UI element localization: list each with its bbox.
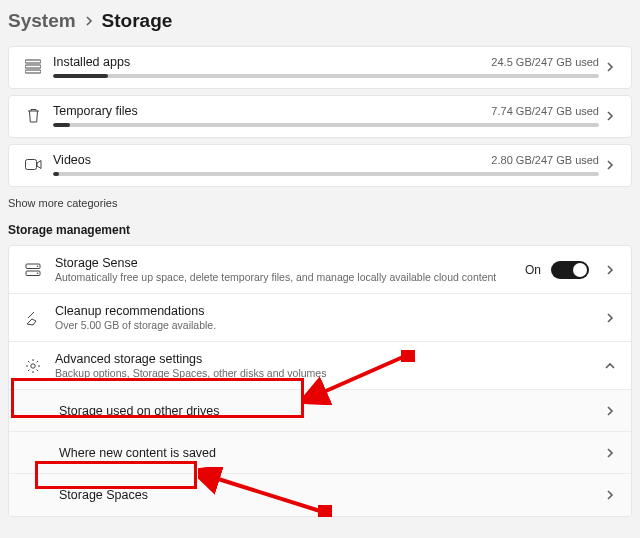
- usage-label: Installed apps: [53, 55, 130, 69]
- toggle-state-label: On: [525, 263, 541, 277]
- chevron-right-icon: [599, 159, 621, 171]
- storage-sense-toggle[interactable]: [551, 261, 589, 279]
- breadcrumb-parent[interactable]: System: [8, 10, 76, 32]
- usage-card-videos[interactable]: Videos 2.80 GB/247 GB used: [8, 144, 632, 187]
- usage-bar: [53, 74, 599, 78]
- section-heading-storage-management: Storage management: [0, 223, 640, 245]
- svg-point-7: [37, 272, 39, 274]
- usage-cards: Installed apps 24.5 GB/247 GB used Tempo…: [0, 46, 640, 187]
- usage-meta: 2.80 GB/247 GB used: [491, 154, 599, 166]
- item-sub: Automatically free up space, delete temp…: [55, 271, 525, 283]
- item-sub: Backup options, Storage Spaces, other di…: [55, 367, 599, 379]
- svg-rect-1: [25, 65, 41, 68]
- svg-rect-3: [25, 160, 36, 170]
- chevron-right-icon: [599, 447, 621, 459]
- svg-rect-0: [25, 60, 41, 63]
- item-label: Storage used on other drives: [59, 404, 599, 418]
- broom-icon: [19, 310, 47, 326]
- item-advanced-storage-settings[interactable]: Advanced storage settings Backup options…: [9, 342, 631, 390]
- item-cleanup-recommendations[interactable]: Cleanup recommendations Over 5.00 GB of …: [9, 294, 631, 342]
- usage-bar: [53, 172, 599, 176]
- apps-icon: [19, 59, 47, 75]
- item-label: Storage Spaces: [59, 488, 599, 502]
- chevron-right-icon: [599, 312, 621, 324]
- chevron-right-icon: [599, 61, 621, 73]
- show-more-categories-link[interactable]: Show more categories: [0, 193, 640, 223]
- chevron-up-icon: [599, 361, 621, 371]
- usage-label: Videos: [53, 153, 91, 167]
- usage-meta: 7.74 GB/247 GB used: [491, 105, 599, 117]
- chevron-right-icon: [599, 489, 621, 501]
- item-storage-sense[interactable]: Storage Sense Automatically free up spac…: [9, 246, 631, 294]
- advanced-sublist: Storage used on other drives Where new c…: [9, 390, 631, 516]
- drive-icon: [19, 262, 47, 278]
- svg-point-6: [37, 265, 39, 267]
- video-icon: [19, 158, 47, 171]
- svg-rect-2: [25, 70, 41, 73]
- subitem-storage-other-drives[interactable]: Storage used on other drives: [9, 390, 631, 432]
- chevron-right-icon: [84, 16, 94, 26]
- storage-management-list: Storage Sense Automatically free up spac…: [8, 245, 632, 517]
- chevron-right-icon: [599, 264, 621, 276]
- usage-label: Temporary files: [53, 104, 138, 118]
- item-label: Storage Sense: [55, 256, 525, 270]
- item-label: Where new content is saved: [59, 446, 599, 460]
- trash-icon: [19, 108, 47, 124]
- usage-meta: 24.5 GB/247 GB used: [491, 56, 599, 68]
- usage-bar: [53, 123, 599, 127]
- usage-card-temporary-files[interactable]: Temporary files 7.74 GB/247 GB used: [8, 95, 632, 138]
- subitem-where-new-content-saved[interactable]: Where new content is saved: [9, 432, 631, 474]
- breadcrumb: System Storage: [0, 0, 640, 46]
- item-label: Advanced storage settings: [55, 352, 599, 366]
- gear-icon: [19, 358, 47, 374]
- chevron-right-icon: [599, 110, 621, 122]
- item-label: Cleanup recommendations: [55, 304, 599, 318]
- subitem-storage-spaces[interactable]: Storage Spaces: [9, 474, 631, 516]
- usage-card-installed-apps[interactable]: Installed apps 24.5 GB/247 GB used: [8, 46, 632, 89]
- chevron-right-icon: [599, 405, 621, 417]
- svg-point-8: [31, 363, 35, 367]
- page-title: Storage: [102, 10, 173, 32]
- item-sub: Over 5.00 GB of storage available.: [55, 319, 599, 331]
